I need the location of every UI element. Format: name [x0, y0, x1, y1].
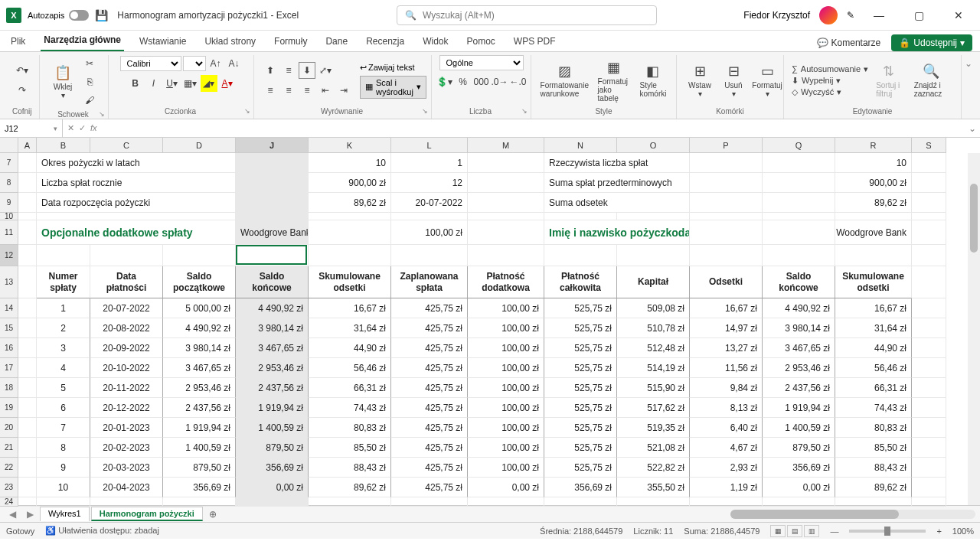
- cell[interactable]: 12: [391, 173, 468, 193]
- cell[interactable]: [912, 398, 946, 418]
- cell[interactable]: [912, 318, 946, 338]
- cell[interactable]: 1 919,94 zł: [763, 398, 835, 418]
- accessibility-status[interactable]: ♿ Ułatwienia dostępu: zbadaj: [45, 526, 159, 536]
- cell[interactable]: 100,00 zł: [468, 418, 544, 438]
- cell[interactable]: 20-09-2022: [90, 338, 163, 358]
- cell[interactable]: 3 980,14 zł: [763, 318, 835, 338]
- undo-button[interactable]: ↶▾: [14, 62, 31, 79]
- cell[interactable]: 20-04-2023: [90, 478, 163, 497]
- cell[interactable]: [468, 497, 544, 507]
- cell[interactable]: 1 400,59 zł: [763, 418, 835, 438]
- cell[interactable]: [912, 173, 946, 193]
- cell[interactable]: 514,19 zł: [617, 358, 690, 378]
- cell[interactable]: [18, 478, 37, 497]
- increase-font-icon[interactable]: A↑: [207, 55, 224, 72]
- cell[interactable]: [391, 245, 468, 266]
- row-header[interactable]: 7: [0, 153, 18, 173]
- tab-widok[interactable]: Widok: [420, 33, 451, 51]
- align-left-button[interactable]: ≡: [262, 82, 279, 99]
- cell[interactable]: 100,00 zł: [468, 298, 544, 318]
- toggle-icon[interactable]: [69, 10, 89, 21]
- cell[interactable]: [544, 497, 617, 507]
- cell[interactable]: 356,69 zł: [236, 458, 309, 478]
- save-icon[interactable]: 💾: [95, 9, 108, 21]
- column-header[interactable]: A: [18, 138, 37, 153]
- cell[interactable]: 16,67 zł: [690, 298, 763, 318]
- column-header[interactable]: R: [835, 138, 912, 153]
- share-button[interactable]: 🔒 Udostępnij ▾: [891, 34, 972, 51]
- column-header[interactable]: K: [309, 138, 391, 153]
- page-break-button[interactable]: ▥: [804, 525, 819, 537]
- cell[interactable]: 56,46 zł: [835, 358, 912, 378]
- column-header[interactable]: N: [544, 138, 617, 153]
- cell[interactable]: 355,50 zł: [617, 478, 690, 497]
- cell[interactable]: Skumulowane odsetki: [309, 266, 391, 298]
- row-header[interactable]: 22: [0, 458, 18, 478]
- cell[interactable]: Zaplanowana spłata: [391, 266, 468, 298]
- cell[interactable]: [468, 245, 544, 266]
- cell[interactable]: [18, 213, 37, 220]
- cell[interactable]: 525,75 zł: [544, 318, 617, 338]
- cell[interactable]: 74,43 zł: [309, 398, 391, 418]
- cell[interactable]: 1 400,59 zł: [163, 438, 236, 458]
- cell[interactable]: 31,64 zł: [835, 318, 912, 338]
- cell[interactable]: Skumulowane odsetki: [835, 266, 912, 298]
- cell[interactable]: 4,67 zł: [690, 438, 763, 458]
- cell[interactable]: [690, 245, 763, 266]
- cut-button[interactable]: ✂: [81, 55, 98, 72]
- cell[interactable]: Imię i nazwisko pożyczkodaw: [544, 220, 690, 245]
- cell[interactable]: 1,19 zł: [690, 478, 763, 497]
- cell[interactable]: [912, 418, 946, 438]
- row-header[interactable]: 20: [0, 418, 18, 438]
- merge-center-button[interactable]: ▦ Scal i wyśrodkuj ▾: [360, 76, 426, 99]
- format-as-table-button[interactable]: ▦Formatuj jako tabelę: [593, 57, 635, 104]
- user-name[interactable]: Fiedor Krzysztof: [743, 10, 810, 21]
- cell[interactable]: 3 980,14 zł: [163, 338, 236, 358]
- cell[interactable]: 3 467,65 zł: [236, 338, 309, 358]
- align-middle-button[interactable]: ≡: [280, 62, 297, 79]
- cell[interactable]: 89,62 zł: [835, 478, 912, 497]
- find-select-button[interactable]: 🔍Znajdź i zaznacz: [910, 61, 953, 99]
- cell[interactable]: 0,00 zł: [236, 478, 309, 497]
- cell[interactable]: [690, 213, 763, 220]
- zoom-slider[interactable]: [849, 530, 926, 533]
- decrease-indent-button[interactable]: ⇤: [317, 82, 334, 99]
- cell[interactable]: 20-03-2023: [90, 458, 163, 478]
- row-header[interactable]: 8: [0, 173, 18, 193]
- cell[interactable]: [912, 358, 946, 378]
- cell[interactable]: Saldo końcowe: [236, 266, 309, 298]
- cell[interactable]: [690, 220, 763, 245]
- format-painter-button[interactable]: 🖌: [81, 92, 98, 109]
- cell[interactable]: 85,50 zł: [309, 438, 391, 458]
- cell[interactable]: [544, 245, 617, 266]
- column-header[interactable]: S: [912, 138, 946, 153]
- underline-button[interactable]: U▾: [164, 75, 181, 92]
- cell[interactable]: 74,43 zł: [835, 398, 912, 418]
- cell[interactable]: [18, 497, 37, 507]
- horizontal-scrollbar[interactable]: [730, 510, 975, 519]
- cell[interactable]: Saldo końcowe: [763, 266, 835, 298]
- cell[interactable]: 525,75 zł: [544, 338, 617, 358]
- cell[interactable]: 509,08 zł: [617, 298, 690, 318]
- cell[interactable]: 89,62 zł: [835, 193, 912, 213]
- cell[interactable]: [912, 298, 946, 318]
- cell[interactable]: [912, 193, 946, 213]
- minimize-button[interactable]: —: [864, 0, 894, 31]
- cell[interactable]: [617, 213, 690, 220]
- cell[interactable]: Saldo początkowe: [163, 266, 236, 298]
- cell[interactable]: 44,90 zł: [309, 338, 391, 358]
- cell[interactable]: 20-12-2022: [90, 398, 163, 418]
- cell[interactable]: [309, 220, 391, 245]
- cell[interactable]: Suma odsetek: [544, 193, 690, 213]
- cell[interactable]: 1: [37, 298, 90, 318]
- cell[interactable]: 9: [37, 458, 90, 478]
- cell[interactable]: 89,62 zł: [309, 478, 391, 497]
- sheet-nav-prev[interactable]: ◀: [5, 509, 21, 520]
- zoom-in-button[interactable]: +: [936, 527, 941, 536]
- tab-formuły[interactable]: Formuły: [271, 33, 310, 51]
- cell[interactable]: [912, 458, 946, 478]
- cell[interactable]: [763, 193, 835, 213]
- cell[interactable]: 85,50 zł: [835, 438, 912, 458]
- cell[interactable]: 100,00 zł: [468, 398, 544, 418]
- cell[interactable]: 3: [37, 338, 90, 358]
